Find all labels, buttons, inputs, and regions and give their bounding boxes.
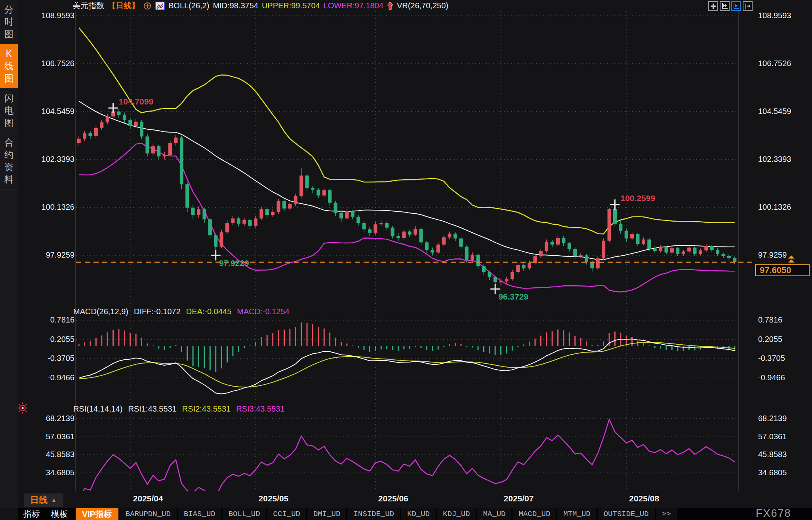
sidebar-item-char: K <box>6 49 12 59</box>
tab-[interactable]: 指标 <box>18 508 46 520</box>
candle-body <box>676 248 679 254</box>
candle-body <box>579 255 583 256</box>
macd-dea-value: DEA:-0.0445 <box>186 307 232 316</box>
candle-body <box>505 279 508 281</box>
candle-body <box>174 138 177 143</box>
candle-body <box>106 116 109 122</box>
rsi-axis-tick-label: 57.0361 <box>19 432 74 441</box>
candle-body <box>94 128 98 136</box>
macd-header: MACD(26,12,9) DIFF:-0.1072 DEA:-0.0445 M… <box>73 307 290 316</box>
triangle-up-icon: ▲ <box>51 497 57 504</box>
candle-body <box>202 209 206 220</box>
candle-body <box>185 184 189 207</box>
candle-body <box>83 133 86 139</box>
candle-body <box>653 249 657 251</box>
sidebar-item-char: 料 <box>4 175 13 184</box>
period-selector[interactable]: 日线 ▲ <box>24 493 63 507</box>
candle-body <box>157 146 160 157</box>
pan-tool-icon[interactable] <box>708 1 718 11</box>
add-indicator-icon[interactable] <box>143 2 152 10</box>
candle-body <box>345 211 349 218</box>
candle-body <box>545 242 548 251</box>
rsi-axis-tick-label: 68.2139 <box>758 414 787 423</box>
candle-body <box>123 115 126 120</box>
candle-body <box>482 266 486 272</box>
sidebar-item-char: 线 <box>4 61 13 71</box>
candle-body <box>128 120 132 126</box>
candle-body <box>385 223 389 228</box>
candle-body <box>248 220 252 226</box>
period-tag[interactable]: 【日线】 <box>108 0 139 11</box>
candle-body <box>494 277 497 282</box>
tab-biasud[interactable]: BIAS_UD <box>178 508 221 520</box>
tab-mtmud[interactable]: MTM_UD <box>557 508 596 520</box>
candle-body <box>328 190 332 203</box>
rsi-axis-tick-label: 34.6805 <box>758 468 787 477</box>
price-axis-tick-label: 104.5459 <box>758 107 791 116</box>
x-axis-month-label: 2025/06 <box>378 494 408 503</box>
sidebar-item-3[interactable]: 合约资料 <box>0 133 18 190</box>
shift-right-tool-icon[interactable] <box>743 1 753 11</box>
candle-body <box>356 217 360 223</box>
tab-insideud[interactable]: INSIDE_UD <box>347 508 400 520</box>
candle-body <box>699 251 702 254</box>
macd-pane <box>79 323 735 394</box>
tab-vip[interactable]: VIP指标 <box>76 508 118 520</box>
candle-body <box>191 208 195 215</box>
candle-body <box>197 209 200 215</box>
candle-body <box>282 201 286 209</box>
candle-body <box>516 265 520 272</box>
sidebar-item-2[interactable]: 闪电图 <box>0 89 18 133</box>
tab-maud[interactable]: MA_UD <box>477 508 511 520</box>
price-axis-tick-label: 102.3393 <box>758 155 791 164</box>
candle-body <box>305 176 309 188</box>
sidebar-item-char: 约 <box>4 150 13 160</box>
tab-kdjud[interactable]: KDJ_UD <box>437 508 476 520</box>
tab-dmiud[interactable]: DMI_UD <box>307 508 346 520</box>
macd-dea-line <box>79 342 735 387</box>
mini-chart-icon[interactable] <box>155 2 165 10</box>
sidebar-item-0[interactable]: 分时图 <box>0 0 18 44</box>
tab-[interactable]: 模板 <box>46 508 73 520</box>
vr-label: VR(26,70,250) <box>397 1 448 10</box>
annotation-label: 104.7099 <box>119 97 154 106</box>
candle-body <box>693 248 697 254</box>
candle-body <box>665 247 668 252</box>
current-price-value: 97.6050 <box>760 265 791 275</box>
x-axis-month-label: 2025/05 <box>259 494 289 503</box>
candle-body <box>396 236 400 238</box>
candle-body <box>704 246 708 251</box>
indicator-tab-bar: 指标模板VIP指标BARUPDN_UDBIAS_UDBOLL_UDCCI_UDD… <box>18 508 812 520</box>
candle-body <box>682 251 685 254</box>
price-axis-tick-label: 100.1326 <box>758 203 791 212</box>
candle-body <box>265 209 269 215</box>
tab-outsideud[interactable]: OUTSIDE_UD <box>598 508 655 520</box>
macd-axis-tick-label: -0.9466 <box>758 373 785 382</box>
auto-scroll-tool-icon[interactable] <box>731 1 741 11</box>
price-axis-tick-label: 108.9593 <box>758 11 791 20</box>
boll-upper-line <box>79 28 735 234</box>
candle-body <box>454 233 457 238</box>
tab-[interactable]: >> <box>656 508 677 520</box>
chart-header: 美元指数 【日线】 BOLL(26,2) MID:98.3754 UPPER:9… <box>72 0 448 11</box>
candle-body <box>322 190 326 195</box>
price-axis-tick-label: 108.9593 <box>19 11 74 20</box>
candle-body <box>408 232 412 235</box>
scale-axis-tool-icon[interactable] <box>720 1 730 11</box>
sidebar-item-1[interactable]: K线图 <box>0 44 18 89</box>
macd-label: MACD(26,12,9) <box>73 307 128 316</box>
x-axis-month-label: 2025/04 <box>133 494 163 503</box>
tab-barupdnud[interactable]: BARUPDN_UD <box>120 508 177 520</box>
candle-body <box>528 263 531 268</box>
tab-bollud[interactable]: BOLL_UD <box>223 508 266 520</box>
tab-kdud[interactable]: KD_UD <box>401 508 436 520</box>
macd-axis-tick-label: 0.2055 <box>19 335 74 344</box>
chart-canvas[interactable]: 104.709997.922996.3729100.2599 <box>0 0 812 520</box>
candle-body <box>556 238 560 244</box>
price-annotation: 96.3729 <box>490 284 528 301</box>
brand-watermark: FX678 <box>756 507 791 520</box>
tab-macdud[interactable]: MACD_UD <box>513 508 556 520</box>
candle-body <box>687 248 691 252</box>
candle-body <box>220 232 223 247</box>
tab-cciud[interactable]: CCI_UD <box>267 508 306 520</box>
